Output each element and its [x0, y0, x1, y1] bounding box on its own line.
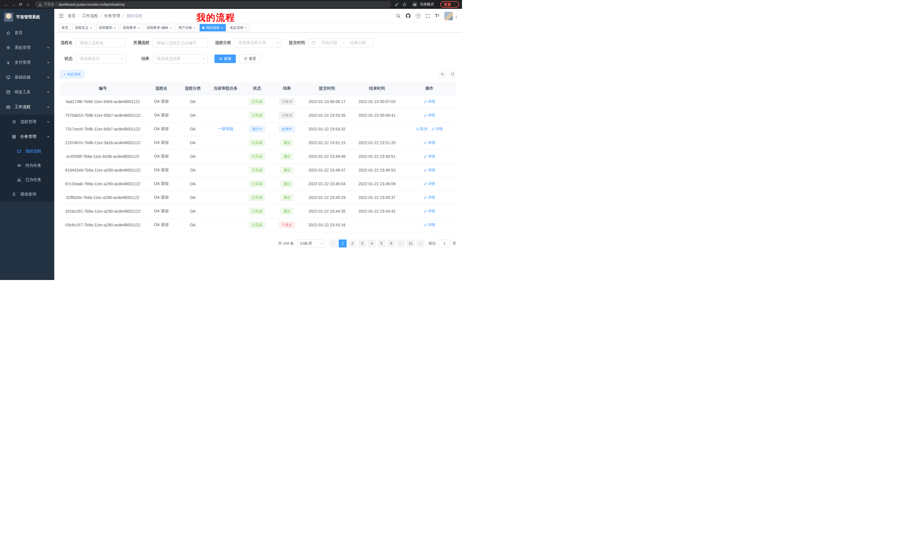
refresh-table-button[interactable]	[449, 70, 456, 78]
page-number-6[interactable]: 6	[387, 240, 395, 247]
fullscreen-icon[interactable]	[426, 14, 430, 18]
sidebar-item-workflow[interactable]: 工作流程	[0, 100, 54, 114]
submit-time-range-picker[interactable]: 开始日期 - 结束日期	[308, 38, 374, 47]
process-def-input[interactable]	[153, 38, 208, 47]
sidebar-item-todo-tasks[interactable]: 待办任务	[0, 159, 54, 173]
tab-home[interactable]: 首页	[59, 24, 71, 31]
tab-process-form-edit[interactable]: 流程表单-编辑×	[144, 24, 174, 31]
page-number-1[interactable]: 1	[339, 240, 346, 247]
sidebar-item-payment[interactable]: ¥ 支付管理	[0, 55, 54, 70]
detail-link[interactable]: 详情	[424, 154, 435, 159]
detail-link[interactable]: 详情	[424, 99, 435, 104]
detail-link[interactable]: 详情	[424, 195, 435, 200]
detail-link[interactable]: 详情	[432, 126, 443, 132]
prev-page-button[interactable]: ‹	[329, 240, 337, 247]
font-size-icon[interactable]: TT	[435, 14, 440, 18]
close-icon[interactable]: ×	[138, 26, 140, 30]
sidebar-item-task-management[interactable]: 任务管理	[0, 129, 54, 144]
browser-reload-icon[interactable]: ⟳	[17, 0, 24, 9]
security-label: 不安全	[44, 2, 54, 7]
close-icon[interactable]: ×	[193, 26, 196, 30]
password-key-icon[interactable]	[394, 2, 399, 7]
sidebar-item-infrastructure[interactable]: 基础设施	[0, 70, 54, 85]
detail-link[interactable]: 详情	[424, 113, 435, 118]
plus-icon: +	[63, 72, 66, 76]
goto-unit-label: 页	[453, 241, 456, 246]
start-date-placeholder: 开始日期	[316, 40, 342, 45]
bookmark-star-icon[interactable]	[402, 2, 406, 7]
page-number-3[interactable]: 3	[358, 240, 366, 247]
breadcrumb-workflow[interactable]: 工作流程	[82, 13, 98, 18]
top-navbar: 首页 / 工作流程 / 任务管理 / 我的流程 我的流程 ?	[54, 9, 462, 23]
result-select[interactable]: 请选择流结果	[153, 54, 208, 63]
browser-home-icon[interactable]: ⌂	[24, 0, 32, 9]
tab-process-model[interactable]: 流程模型×	[96, 24, 119, 31]
sidebar: 芋道管理系统 首页 系统管理 ¥ 支付管理	[0, 9, 54, 280]
detail-link[interactable]: 详情	[424, 209, 435, 214]
breadcrumb-home[interactable]: 首页	[68, 13, 76, 18]
status-select[interactable]: 请选择状态	[76, 54, 126, 63]
help-icon[interactable]: ?	[416, 13, 421, 18]
sidebar-item-process-management[interactable]: 流程管理	[0, 114, 54, 129]
browser-menu-icon[interactable]: ⋮	[453, 2, 457, 7]
page-ellipsis[interactable]: ···	[397, 240, 405, 247]
browser-back-icon[interactable]: ←	[3, 0, 10, 9]
sidebar-menu: 首页 系统管理 ¥ 支付管理 基础设施	[0, 25, 54, 202]
address-bar[interactable]: 不安全 dashboard.yudao.iocoder.cn/bpm/task/…	[35, 1, 391, 8]
browser-forward-icon[interactable]: →	[10, 0, 17, 9]
page-number-4[interactable]: 4	[368, 240, 376, 247]
chevron-down-icon	[47, 76, 50, 79]
result-badge: 通过	[280, 167, 293, 174]
sidebar-item-leave-query[interactable]: 请假查询	[0, 187, 54, 202]
page-number-2[interactable]: 2	[348, 240, 356, 247]
calendar-icon	[312, 41, 315, 45]
tab-user-group[interactable]: 用户分组×	[176, 24, 198, 31]
gear-icon	[6, 45, 11, 50]
sidebar-item-dev-tools[interactable]: 研发工具	[0, 85, 54, 100]
caret-down-icon[interactable]: ▼	[455, 16, 458, 19]
tab-my-process[interactable]: 我的流程×	[200, 24, 226, 31]
submit-time-label: 提交时间	[288, 40, 308, 45]
close-icon[interactable]: ×	[114, 26, 116, 30]
app-logo[interactable]: 芋道管理系统	[0, 9, 54, 25]
toggle-search-button[interactable]	[439, 70, 446, 78]
breadcrumb-task-management[interactable]: 任务管理	[104, 13, 120, 18]
close-icon[interactable]: ×	[221, 26, 223, 30]
close-icon[interactable]: ×	[170, 26, 172, 30]
github-icon[interactable]	[405, 13, 411, 18]
sidebar-item-home[interactable]: 首页	[0, 25, 54, 40]
sidebar-item-done-tasks[interactable]: 已办任务	[0, 173, 54, 187]
process-name-input[interactable]	[76, 38, 126, 47]
detail-link[interactable]: 详情	[424, 168, 435, 173]
detail-link[interactable]: 详情	[424, 181, 435, 186]
goto-page-input[interactable]	[438, 240, 450, 247]
tab-start-process[interactable]: 发起流程×	[227, 24, 250, 31]
page-number-5[interactable]: 5	[378, 240, 386, 247]
current-task-link[interactable]: 一级审批	[218, 126, 234, 131]
browser-chrome: ← → ⟳ ⌂ 不安全 dashboard.yudao.iocoder.cn/b…	[0, 0, 462, 9]
close-icon[interactable]: ×	[245, 26, 247, 30]
close-icon[interactable]: ×	[90, 26, 92, 30]
result-badge: 已取消	[279, 112, 295, 119]
search-button[interactable]: 搜索	[214, 54, 236, 63]
category-select[interactable]: 请选择流程分类	[234, 38, 282, 47]
start-process-button[interactable]: + 发起流程	[60, 70, 84, 78]
page-number-11[interactable]: 11	[406, 240, 415, 247]
table-row: ec45f38f-7b9a-11ec-b03b-acde48001122 OA …	[60, 150, 456, 163]
reset-button[interactable]: 重置	[239, 54, 261, 63]
hamburger-icon[interactable]	[59, 14, 64, 18]
browser-update-button[interactable]: 更新 ⋮	[440, 1, 459, 8]
chevron-down-icon	[320, 242, 322, 245]
page-size-select[interactable]: 10条/页	[297, 240, 325, 247]
sidebar-item-my-process[interactable]: 我的流程	[0, 144, 54, 159]
next-page-button[interactable]: ›	[416, 240, 424, 247]
user-avatar[interactable]	[444, 12, 453, 20]
tab-process-definition[interactable]: 流程定义×	[72, 24, 95, 31]
cancel-link[interactable]: 取消	[416, 126, 428, 132]
sidebar-item-system[interactable]: 系统管理	[0, 40, 54, 55]
detail-link[interactable]: 详情	[424, 222, 435, 228]
detail-link[interactable]: 详情	[424, 140, 435, 145]
search-icon[interactable]	[396, 13, 400, 18]
tab-process-form[interactable]: 流程表单×	[120, 24, 142, 31]
pagination: 共 104 条 10条/页 ‹ 1 2 3 4 5 6 ··· 11 › 前往	[60, 240, 456, 247]
